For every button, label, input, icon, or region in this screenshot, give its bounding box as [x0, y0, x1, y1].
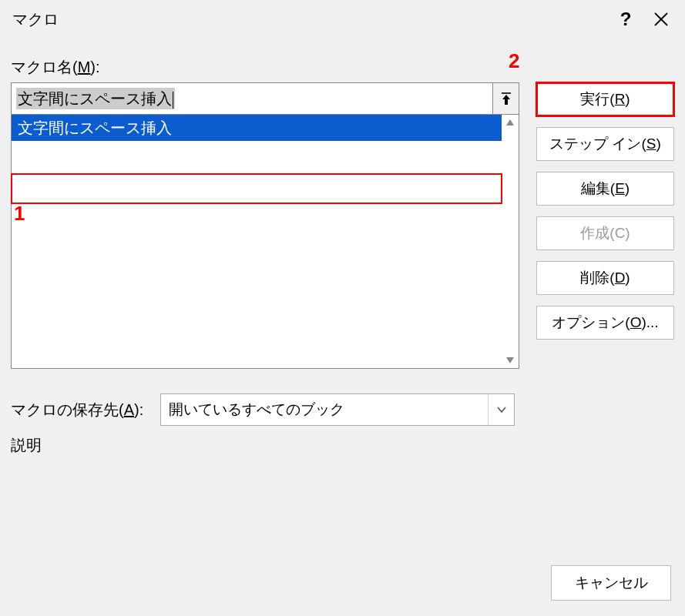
list-item[interactable]: 文字間にスペース挿入 [12, 115, 502, 141]
cancel-button[interactable]: キャンセル [551, 565, 671, 601]
macro-name-input[interactable]: 文字間にスペース挿入 [11, 82, 493, 115]
scroll-up-icon[interactable] [502, 115, 519, 130]
step-in-button[interactable]: ステップ イン(S) [536, 127, 674, 161]
close-button[interactable] [643, 2, 679, 37]
chevron-down-icon [488, 394, 514, 425]
dialog-title: マクロ [12, 9, 608, 30]
scroll-down-icon[interactable] [502, 353, 519, 368]
create-button: 作成(C) [536, 216, 674, 250]
macro-name-input-selection: 文字間にスペース挿入 [16, 88, 175, 109]
macro-storage-combo[interactable]: 開いているすべてのブック [160, 393, 515, 426]
macro-listbox[interactable]: 文字間にスペース挿入 [11, 115, 519, 369]
description-label: 説明 [11, 435, 674, 456]
svg-marker-5 [506, 357, 514, 363]
macro-storage-label: マクロの保存先(A): [11, 400, 143, 420]
run-to-cursor-button[interactable] [493, 82, 519, 115]
run-button[interactable]: 実行(R) [536, 82, 674, 116]
macro-dialog: マクロ ? マクロ名(M): 2 文字間にスペース挿入 [0, 0, 685, 616]
up-arrow-icon [500, 92, 512, 105]
help-button[interactable]: ? [608, 2, 643, 37]
titlebar: マクロ ? [0, 0, 685, 38]
listbox-scrollbar[interactable] [502, 115, 519, 368]
svg-marker-4 [506, 119, 514, 126]
macro-name-label: マクロ名(M): [11, 57, 674, 78]
svg-marker-3 [502, 95, 510, 105]
close-icon [653, 12, 669, 27]
edit-button[interactable]: 編集(E) [536, 172, 674, 206]
macro-storage-selected: 開いているすべてのブック [161, 394, 488, 425]
options-button[interactable]: オプション(O)... [536, 306, 674, 340]
delete-button[interactable]: 削除(D) [536, 261, 674, 295]
